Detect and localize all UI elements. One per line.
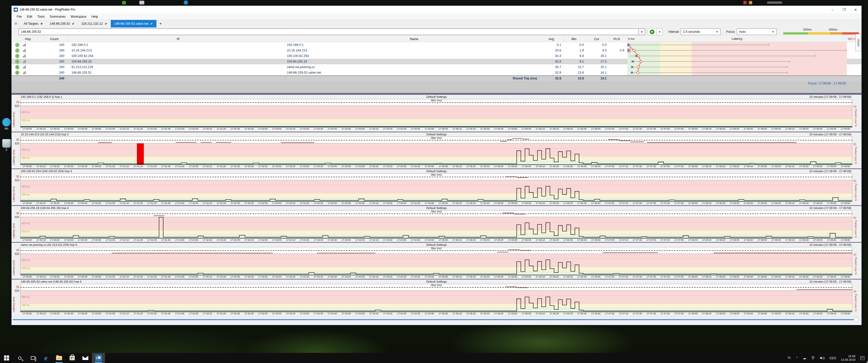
minimize-button[interactable]: – [827,6,838,13]
column-header-pl[interactable]: PL% [610,36,627,42]
column-header-cur[interactable]: Cur [587,36,610,42]
column-header-name[interactable]: Name [285,36,541,42]
time-tick: 17:42:50 [256,127,270,131]
latency-scale-title: Latency [627,37,847,41]
window-title: 146-66-155-52.valve.net - PingPlotter Pr… [20,8,75,11]
column-header-ip[interactable]: IP [68,36,285,42]
time-tick: 17:47:50 [672,312,686,316]
taskbar-mail-button[interactable] [79,353,92,363]
new-tab-button[interactable]: + [156,20,165,28]
column-header-avg[interactable]: Avg [541,36,564,42]
graph-settings-label[interactable]: Default Settings [11,170,862,173]
time-tick: 17:49:30 [811,202,825,205]
taskbar-pingplotter-button[interactable] [92,353,105,363]
time-tick: 17:44:50 [423,312,436,316]
start-trace-button[interactable] [648,28,657,35]
action-center-button[interactable]: 1 [858,353,868,363]
maximize-button[interactable]: ❐ [838,6,850,13]
taskbar-search-button[interactable] [13,353,26,363]
ip-cell: 146.66.155.52 [68,71,285,74]
time-tick: 17:43:50 [339,165,353,169]
tray-overflow-chevron-icon[interactable]: ⌃ [793,353,801,363]
graph-settings-label[interactable]: Default Settings [11,95,862,98]
latency-column-header[interactable]: 0 ms Latency 682 ms [627,36,862,42]
hop-history-icon[interactable] [23,71,26,74]
graph-settings-label[interactable]: Default Settings [11,206,862,209]
target-tab[interactable]: 146.66.155.52✔ [46,20,78,28]
tab-check-icon[interactable]: ✔ [72,22,74,26]
taskbar: e ⌃ ☁ ))) CES 15:58 13.05.2019 1 [0,353,868,363]
time-tick: 17:48:50 [755,312,769,316]
target-tab[interactable]: 146-66-155-52.valve.net✔ [111,20,156,28]
pane-splitter[interactable] [11,93,862,95]
menu-item-summaries[interactable]: Summaries [47,14,68,20]
latency-band: 520Latency (ms)400 ms200 ms30Packet Loss… [11,143,862,165]
task-view-button[interactable] [26,353,39,363]
time-tick: 17:46:30 [561,202,575,205]
tab-check-icon[interactable]: ✔ [150,22,153,26]
tab-check-icon[interactable]: ✔ [105,22,107,26]
language-indicator[interactable]: CES [827,353,838,363]
time-tick: 17:47:10 [617,312,630,316]
time-tick: 17:45:20 [464,202,478,205]
focus-select[interactable]: Auto ▼ [737,29,777,35]
target-tab[interactable]: 116.211.132.12✔ [78,20,111,28]
menu-item-edit[interactable]: Edit [24,14,35,20]
time-tick: 17:43:10 [284,238,298,242]
taskbar-store-button[interactable] [66,353,79,363]
latency-left-gutter: 520Latency (ms) [11,180,20,202]
taskbar-explorer-button[interactable] [53,353,66,363]
tab-close-icon[interactable]: ✕ [40,22,43,26]
jitter-band: 35Jitter (ms) [11,210,862,217]
timeline-scrollbar[interactable] [11,316,862,323]
target-tab[interactable]: All Targets✕ [20,20,46,28]
tab-menu-icon[interactable]: ≡ [11,20,20,28]
timeline-scroll-track [12,319,854,320]
menu-item-help[interactable]: Help [89,14,100,20]
graph-settings-label[interactable]: Default Settings [11,243,862,246]
time-tick: 17:45:30 [478,238,492,242]
time-tick: 17:42:20 [215,202,228,205]
taskbar-clock[interactable]: 15:58 13.05.2019 [838,355,858,362]
menu-item-workspace[interactable]: Workspace [68,14,89,20]
time-tick: 17:46:20 [547,275,561,279]
wifi-icon[interactable] [808,353,817,363]
onedrive-icon[interactable]: ☁ [801,353,808,363]
column-header-count[interactable]: Count [44,36,68,42]
desktop-icon-edge[interactable]: Mic [1,118,12,130]
timeline-scroll-thumb[interactable] [854,318,859,322]
column-header-hop[interactable]: Hop [11,36,44,42]
close-button[interactable]: ✕ [850,6,862,13]
menu-item-tools[interactable]: Tools [35,14,47,20]
time-tick: 17:44:10 [367,275,381,279]
avg-cell: 42.8 [541,60,564,63]
start-trace-dropdown-icon[interactable]: ▼ [657,28,663,35]
time-tick: 17:45:50 [506,165,520,169]
time-tick: 17:43:20 [298,312,311,316]
jitter-axis-label: Jitter (ms) [21,284,852,287]
time-tick: 17:41:40 [159,275,173,279]
volume-icon[interactable]: ))) [817,353,827,363]
alerts-side-tab[interactable]: Alerts [856,34,861,51]
target-input[interactable] [19,29,639,35]
desktop-icon-recycle-bin[interactable]: E [1,139,12,151]
hop-number-badge: 3 [15,54,20,58]
people-tray-icon[interactable] [785,353,793,363]
target-dropdown-icon[interactable]: ▼ [639,29,645,35]
hop-history-icon[interactable] [23,43,26,46]
hop-history-icon[interactable] [23,55,26,58]
time-tick: 17:41:10 [117,127,131,131]
graph-settings-label[interactable]: Default Settings [11,280,862,283]
hop-history-icon[interactable] [23,60,26,63]
graph-settings-label[interactable]: Default Settings [11,133,862,136]
taskbar-edge-button[interactable]: e [39,353,53,363]
interval-select[interactable]: 2.5 seconds ▼ [681,29,721,35]
menu-item-file[interactable]: File [14,14,24,20]
time-tick: 17:43:10 [284,312,298,316]
start-button[interactable] [0,353,13,363]
time-tick: 17:45:30 [478,202,492,205]
hop-history-icon[interactable] [23,49,26,52]
hop-history-icon[interactable] [23,66,26,69]
time-tick: 17:48:40 [741,275,755,279]
column-header-min[interactable]: Min [564,36,587,42]
